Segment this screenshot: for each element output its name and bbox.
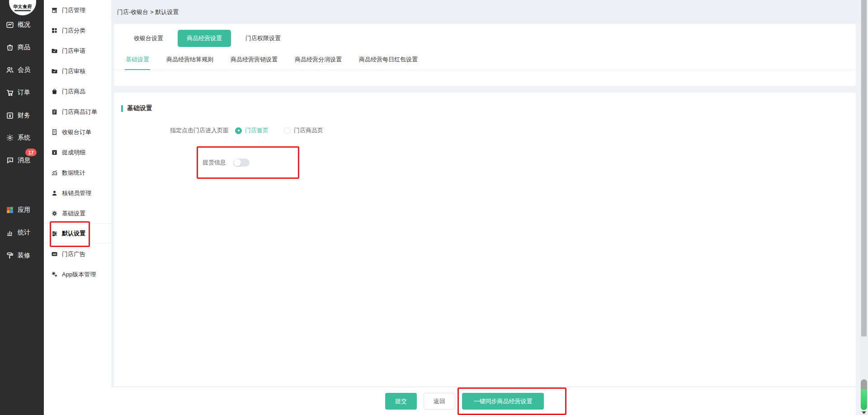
brand-logo: 华太食府 <box>9 0 36 15</box>
entry-page-radio-2[interactable]: 门店商品页 <box>284 126 323 135</box>
sidebar-item-label: 装修 <box>18 252 30 260</box>
menu-item-label: 提成明细 <box>62 149 85 157</box>
subtab-bar: 基础设置商品经营结算规则商品经营营销设置商品经营分润设置商品经营每日红包设置 <box>114 51 856 70</box>
svg-text:AD: AD <box>52 253 56 256</box>
sidebar-item-label: 消息 <box>18 156 30 164</box>
menu-item-folder-check2[interactable]: 门店审核 <box>44 61 111 81</box>
apps-icon <box>6 206 14 214</box>
person-icon <box>51 190 58 196</box>
sidebar-item-member[interactable]: 会员 <box>0 63 44 77</box>
menu-item-label: 默认设置 <box>62 229 85 238</box>
sidebar-item-overview[interactable]: 概况 <box>0 18 44 32</box>
menu-item-label: 门店商品订单 <box>62 108 97 116</box>
tab-1[interactable]: 收银台设置 <box>125 30 172 47</box>
category-icon <box>51 27 58 34</box>
sidebar-item-goods[interactable]: 商品 <box>0 41 44 54</box>
menu-item-label: 门店申请 <box>62 47 85 55</box>
system-icon <box>6 134 14 142</box>
footer-action-bar: 提交 返回 一键同步商品经营设置 <box>111 387 856 415</box>
message-icon <box>6 156 14 164</box>
menu-item-bag[interactable]: 门店商品 <box>44 81 111 102</box>
basic-settings-card: 基础设置 指定点击门店进入页面 门店首页门店商品页 提货信息 <box>114 93 856 386</box>
folder-check2-icon <box>51 68 58 75</box>
scrollbar-thumb-gray[interactable] <box>861 0 867 336</box>
sidebar-item-label: 概况 <box>18 21 30 29</box>
subtab-2[interactable]: 商品经营结算规则 <box>165 51 214 70</box>
menu-item-label: 门店管理 <box>62 6 85 14</box>
back-button[interactable]: 返回 <box>424 393 455 410</box>
primary-sidebar: 华太食府 概况商品会员订单财务系统消息17应用统计装修 <box>0 0 44 415</box>
settings-tabs-card: 收银台设置商品经营设置门店权限设置 基础设置商品经营结算规则商品经营营销设置商品… <box>114 24 856 86</box>
entry-page-radio-group: 门店首页门店商品页 <box>235 126 323 135</box>
menu-item-ad[interactable]: AD门店广告 <box>44 244 111 264</box>
overview-icon <box>6 21 14 29</box>
finance-icon <box>6 112 14 120</box>
tab-bar: 收银台设置商品经营设置门店权限设置 <box>114 24 856 47</box>
menu-item-label: 门店审核 <box>62 67 85 75</box>
menu-item-label: 基础设置 <box>62 210 85 218</box>
menu-item-label: App版本管理 <box>62 270 96 279</box>
pickup-row: 提货信息 <box>203 148 250 177</box>
order-icon <box>6 89 14 97</box>
entry-page-radio-1[interactable]: 门店首页 <box>235 126 269 135</box>
sidebar-item-finance[interactable]: 财务 <box>0 109 44 122</box>
pickup-toggle[interactable] <box>233 159 250 167</box>
main-content: 门店-收银台 > 默认设置 收银台设置商品经营设置门店权限设置 基础设置商品经营… <box>111 0 868 415</box>
sidebar-item-system[interactable]: 系统 <box>0 131 44 145</box>
pickup-toggle-knob <box>234 159 241 166</box>
store-icon <box>51 7 58 14</box>
menu-item-store[interactable]: 门店管理 <box>44 0 111 20</box>
menu-item-folder-check[interactable]: 门店申请 <box>44 41 111 61</box>
sidebar-item-label: 订单 <box>18 89 30 97</box>
menu-item-chart[interactable]: 数据统计 <box>44 163 111 183</box>
stats-icon <box>6 228 14 237</box>
menu-item-receipt[interactable]: 收银台订单 <box>44 122 111 142</box>
sidebar-item-decorate[interactable]: 装修 <box>0 249 44 262</box>
commission-icon <box>51 149 58 156</box>
menu-item-sliders[interactable]: 默认设置 <box>44 224 111 243</box>
subtab-5[interactable]: 商品经营每日红包设置 <box>358 51 419 70</box>
radio-dot-icon <box>284 127 291 134</box>
menu-item-gear[interactable]: 基础设置 <box>44 203 111 224</box>
menu-item-label: 门店分类 <box>62 27 85 35</box>
folder-check-icon <box>51 47 58 54</box>
bag-icon <box>51 88 58 95</box>
gears-icon <box>51 271 58 278</box>
subtab-1[interactable]: 基础设置 <box>125 51 150 70</box>
menu-item-label: 收银台订单 <box>62 128 91 136</box>
sidebar-item-order[interactable]: 订单 <box>0 86 44 99</box>
scrollbar-down-arrow-icon[interactable] <box>862 411 866 414</box>
ad-icon: AD <box>51 251 58 257</box>
annotation-box-pickup: 提货信息 <box>197 146 299 179</box>
submit-button[interactable]: 提交 <box>385 393 417 410</box>
sidebar-item-stats[interactable]: 统计 <box>0 226 44 239</box>
menu-item-label: 数据统计 <box>62 169 85 177</box>
scrollbar[interactable] <box>860 0 868 415</box>
tab-2[interactable]: 商品经营设置 <box>178 30 231 47</box>
sidebar-item-label: 应用 <box>18 206 30 214</box>
decorate-icon <box>6 252 14 260</box>
sidebar-item-apps[interactable]: 应用 <box>0 203 44 217</box>
menu-item-label: 门店广告 <box>62 250 85 258</box>
radio-dot-icon <box>235 127 242 134</box>
pickup-label: 提货信息 <box>203 159 226 167</box>
menu-item-person[interactable]: 核销员管理 <box>44 183 111 203</box>
breadcrumb-bar: 门店-收银台 > 默认设置 <box>111 0 868 24</box>
chart-icon <box>51 169 58 176</box>
sync-settings-button[interactable]: 一键同步商品经营设置 <box>462 393 544 410</box>
message-count-badge: 17 <box>25 149 37 156</box>
subtab-3[interactable]: 商品经营营销设置 <box>230 51 278 70</box>
subtab-4[interactable]: 商品经营分润设置 <box>294 51 343 70</box>
scrollbar-thumb-green[interactable] <box>861 379 867 410</box>
tab-3[interactable]: 门店权限设置 <box>236 30 290 47</box>
menu-item-commission[interactable]: 提成明细 <box>44 142 111 163</box>
sidebar-item-label: 统计 <box>18 228 30 237</box>
menu-item-gears[interactable]: App版本管理 <box>44 264 111 284</box>
scrollbar-thumb-cap <box>861 379 867 389</box>
sidebar-item-label: 会员 <box>18 66 30 74</box>
section-title-row: 基础设置 <box>114 93 856 112</box>
member-icon <box>6 66 14 74</box>
menu-item-category[interactable]: 门店分类 <box>44 20 111 41</box>
sidebar-item-message[interactable]: 消息17 <box>0 154 44 167</box>
menu-item-clipboard[interactable]: 门店商品订单 <box>44 102 111 122</box>
